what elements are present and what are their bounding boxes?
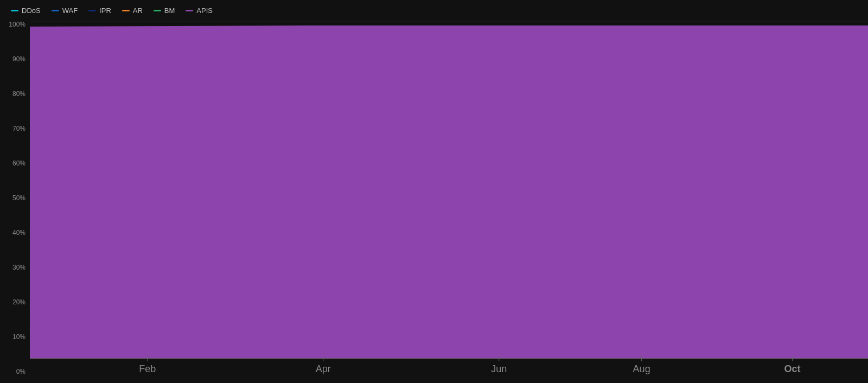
apis-area: [30, 25, 868, 359]
ar-label: AR: [133, 7, 143, 15]
legend-item-waf: WAF: [52, 7, 78, 15]
legend-item-bm: BM: [154, 7, 175, 15]
svg-text:Oct: Oct: [784, 363, 801, 374]
legend-item-ar: AR: [122, 7, 143, 15]
bm-label: BM: [164, 7, 175, 15]
ddos-label: DDoS: [22, 7, 41, 15]
chart-svg-container: Feb Apr Jun Aug Oct: [30, 21, 868, 383]
chart-svg: Feb Apr Jun Aug Oct: [30, 21, 868, 375]
svg-text:Aug: Aug: [633, 363, 650, 374]
y-label-70: 70%: [5, 125, 25, 132]
y-label-30: 30%: [5, 264, 25, 271]
waf-label: WAF: [62, 7, 78, 15]
svg-text:Apr: Apr: [316, 363, 331, 374]
y-label-50: 50%: [5, 195, 25, 201]
y-label-100: 100%: [5, 21, 25, 28]
svg-text:Jun: Jun: [491, 363, 507, 374]
y-label-10: 10%: [5, 334, 25, 340]
apis-label: APIS: [196, 7, 213, 15]
y-label-40: 40%: [5, 229, 25, 236]
bm-color: [154, 10, 161, 11]
legend-item-ddos: DDoS: [11, 7, 41, 15]
ddos-color: [11, 10, 18, 11]
y-label-60: 60%: [5, 160, 25, 167]
y-label-20: 20%: [5, 299, 25, 305]
y-label-80: 80%: [5, 91, 25, 97]
chart-container: DDoS WAF IPR AR BM APIS 100% 90% 80%: [0, 0, 868, 383]
svg-text:Feb: Feb: [139, 363, 156, 374]
legend-item-ipr: IPR: [88, 7, 111, 15]
y-label-0: 0%: [5, 368, 25, 375]
legend-item-apis: APIS: [186, 7, 213, 15]
ipr-color: [88, 10, 96, 11]
waf-color: [52, 10, 59, 11]
ar-color: [122, 10, 130, 11]
apis-color: [186, 10, 193, 11]
y-label-90: 90%: [5, 56, 25, 62]
chart-legend: DDoS WAF IPR AR BM APIS: [0, 0, 868, 21]
y-axis: 100% 90% 80% 70% 60% 50% 40% 30% 20% 10%…: [0, 21, 30, 383]
chart-area: 100% 90% 80% 70% 60% 50% 40% 30% 20% 10%…: [0, 21, 868, 383]
ipr-label: IPR: [99, 7, 111, 15]
